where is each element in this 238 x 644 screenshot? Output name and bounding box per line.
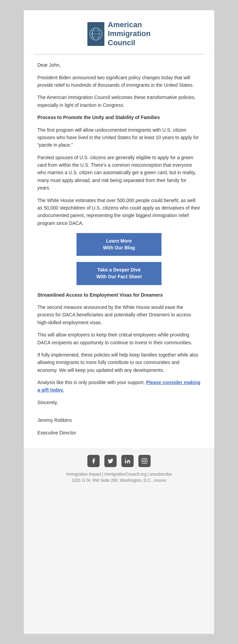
paragraph-3: The first program will allow undocumente…: [37, 126, 201, 149]
logo-text: American Immigration Council: [108, 20, 151, 47]
btn2-line2: With Our Fact Sheet: [96, 274, 142, 279]
btn1-line2: With Our Blog: [103, 245, 135, 250]
footer-address: 1331 G St. NW Suite 200, Washington, D.C…: [31, 478, 207, 483]
signature-title: Executive Director: [37, 429, 201, 436]
section-heading-1: Process to Promote the Unity and Stabili…: [37, 114, 201, 121]
fact-sheet-button[interactable]: Take a Deeper Dive With Our Fact Sheet: [76, 262, 162, 285]
btn1-wrapper: Learn More With Our Blog: [37, 233, 201, 256]
logo-line1: American: [108, 20, 151, 29]
paragraph-1: President Biden announced two significan…: [37, 74, 201, 89]
svg-point-9: [143, 460, 146, 462]
svg-rect-8: [142, 459, 147, 464]
linkedin-icon[interactable]: [121, 455, 134, 467]
svg-rect-6: [125, 460, 126, 463]
email-container: American Immigration Council Dear John, …: [24, 10, 214, 634]
paragraph-7: This will allow employers to keep their …: [37, 331, 201, 346]
instagram-icon[interactable]: [138, 455, 151, 467]
logo: American Immigration Council: [87, 20, 151, 47]
paragraph-2: The American Immigration Council welcome…: [37, 94, 201, 109]
email-footer: Immigration Impact | ImmigrationCouncil.…: [24, 448, 214, 486]
btn1-line1: Learn More: [106, 238, 132, 244]
signature-name: Jeremy Robbins: [37, 416, 201, 424]
social-icons-row: [31, 455, 207, 467]
logo-icon: [87, 22, 104, 46]
paragraph-8: If fully implemented, these policies wil…: [37, 351, 201, 374]
twitter-icon[interactable]: [104, 455, 117, 467]
svg-point-10: [146, 459, 146, 460]
logo-line2: Immigration: [108, 29, 151, 38]
section-heading-2: Streamlined Access to Employment Visas f…: [37, 291, 201, 299]
paragraph-9-text: Analysis like this is only possible with…: [37, 380, 146, 385]
logo-line3: Council: [108, 38, 151, 47]
paragraph-5: The White House estimates that over 500,…: [37, 197, 201, 227]
learn-more-button[interactable]: Learn More With Our Blog: [76, 233, 162, 256]
paragraph-4: Paroled spouses of U.S. citizens are gen…: [37, 154, 201, 192]
paragraph-6: The second measure announced by the Whit…: [37, 303, 201, 326]
closing: Sincerely,: [37, 399, 201, 406]
email-header: American Immigration Council: [24, 10, 214, 54]
greeting: Dear John,: [37, 61, 201, 69]
facebook-icon[interactable]: [87, 455, 100, 467]
btn2-wrapper: Take a Deeper Dive With Our Fact Sheet: [37, 262, 201, 285]
paragraph-9: Analysis like this is only possible with…: [37, 379, 201, 394]
footer-links: Immigration Impact | ImmigrationCouncil.…: [31, 472, 207, 477]
btn2-line1: Take a Deeper Dive: [97, 267, 140, 273]
svg-point-7: [125, 459, 126, 460]
email-body: Dear John, President Biden announced two…: [24, 54, 214, 448]
